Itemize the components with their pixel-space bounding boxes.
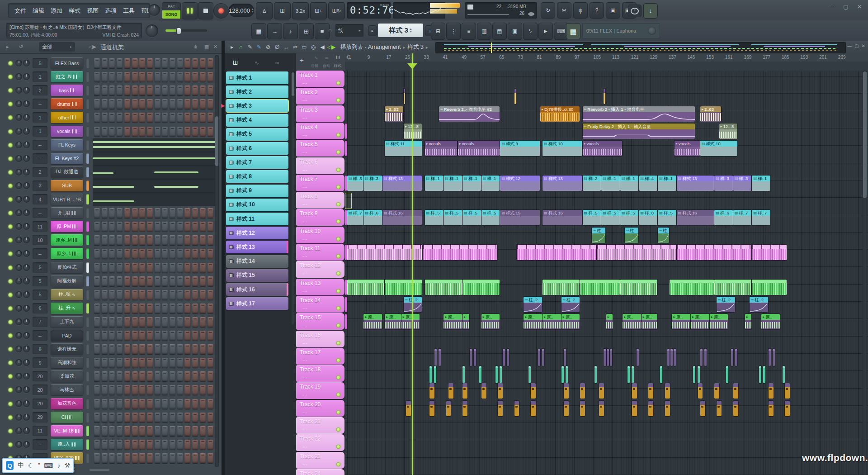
channel-name-button[interactable]: VE..M 16	[51, 425, 83, 437]
channel-preview-indicator[interactable]	[86, 167, 89, 177]
clip-auto-cyan[interactable]: ∞柱..2	[561, 297, 580, 312]
step-cell[interactable]	[177, 127, 183, 137]
preview-tool-icon[interactable]: ◀	[318, 44, 327, 50]
track-led[interactable]	[336, 306, 340, 310]
channel-target-box[interactable]: 5	[33, 290, 47, 300]
step-cell[interactable]	[132, 317, 138, 327]
channel-preview-indicator[interactable]	[86, 112, 89, 123]
picker-panel-button[interactable]: ⊟	[431, 23, 445, 40]
save-button[interactable]: ▣	[606, 2, 620, 19]
step-cell[interactable]	[155, 72, 160, 82]
clip-gold[interactable]	[462, 383, 467, 399]
minimize-button[interactable]: —	[827, 4, 837, 10]
step-cell[interactable]	[102, 99, 108, 109]
step-cell[interactable]	[170, 440, 175, 450]
step-cell[interactable]	[132, 235, 138, 245]
step-cell[interactable]	[94, 72, 100, 82]
step-cell[interactable]	[177, 453, 183, 463]
track-led[interactable]	[336, 375, 340, 380]
track-led[interactable]	[336, 445, 340, 449]
channel-preview-indicator[interactable]	[86, 262, 89, 273]
channel-volume-knob[interactable]	[23, 155, 30, 162]
list-button[interactable]: ≡	[462, 23, 476, 40]
step-cell[interactable]	[117, 453, 123, 463]
clip-select[interactable]	[345, 193, 352, 209]
channel-preview-indicator[interactable]	[86, 85, 89, 95]
clip-purple-mini[interactable]	[731, 349, 733, 366]
channel-volume-knob[interactable]	[23, 264, 30, 271]
pattern-item[interactable]: 样式 12	[226, 227, 288, 239]
step-cell[interactable]	[124, 290, 130, 300]
step-cell[interactable]	[170, 58, 175, 68]
clip-pat-cyan[interactable]: ▤样..1	[481, 176, 500, 191]
step-cell[interactable]	[94, 358, 100, 368]
step-cell[interactable]	[170, 399, 175, 409]
menu-item-0[interactable]: 文件	[11, 7, 29, 15]
clip-sliver[interactable]	[345, 280, 346, 295]
clip-vox-green[interactable]: ▸原..	[710, 314, 728, 329]
clip-purple-mini[interactable]	[503, 349, 505, 366]
graph-editor-icon[interactable]: ılı	[193, 44, 198, 49]
channel-rack-toggle-button[interactable]: →	[267, 23, 282, 39]
clip-purple-mini[interactable]	[538, 349, 540, 366]
clip-gold[interactable]	[698, 383, 703, 399]
channel-target-box[interactable]: 6	[33, 303, 47, 314]
step-cell[interactable]	[94, 413, 100, 423]
step-cell[interactable]	[192, 222, 198, 232]
step-cell[interactable]	[117, 344, 123, 354]
step-cell[interactable]	[177, 371, 183, 381]
download-button[interactable]: ↓	[643, 3, 658, 19]
step-cell[interactable]	[124, 276, 130, 286]
step-cell[interactable]	[162, 263, 168, 273]
step-cell[interactable]	[200, 426, 206, 436]
clip-pat-purple[interactable]: ▤样式 13	[677, 176, 714, 191]
clip-gold[interactable]	[632, 401, 637, 416]
step-cell[interactable]	[170, 86, 175, 95]
step-cell[interactable]	[139, 249, 145, 259]
step-cell[interactable]	[94, 371, 100, 381]
channel-target-box[interactable]: --	[33, 140, 47, 150]
step-cell[interactable]	[94, 127, 100, 137]
clip-gold[interactable]	[665, 401, 670, 416]
step-cell[interactable]	[200, 127, 206, 137]
clip-pat-dark[interactable]: ▤样式 16	[382, 210, 422, 225]
channel-mute-led[interactable]	[8, 374, 13, 379]
channel-mute-led[interactable]	[8, 266, 13, 270]
channel-target-box[interactable]: --	[33, 153, 47, 164]
step-cell[interactable]	[162, 276, 168, 286]
step-cell[interactable]	[102, 344, 108, 354]
clip-auto-vio[interactable]: ∞Reeverb 2 - 插入 1 - 湿音电平	[583, 106, 695, 122]
step-cell[interactable]	[94, 317, 100, 327]
channel-pan-knob[interactable]	[15, 291, 22, 298]
step-cell[interactable]	[109, 276, 115, 286]
step-cell[interactable]	[200, 453, 206, 463]
clip-pat-cyan[interactable]: ▤样式 9	[500, 141, 539, 156]
folder-button[interactable]: ▤	[492, 23, 507, 40]
track-sub-dots[interactable]: ...	[302, 287, 308, 293]
step-cell[interactable]	[192, 86, 198, 95]
step-cell[interactable]	[184, 371, 190, 381]
clip-gold[interactable]	[531, 401, 536, 416]
step-cell[interactable]	[102, 331, 108, 341]
clip-green-seq[interactable]	[670, 280, 714, 295]
track-led[interactable]	[336, 410, 340, 414]
channel-volume-knob[interactable]	[23, 250, 30, 257]
step-cell[interactable]	[170, 276, 175, 286]
channel-name-button[interactable]: 原..PM	[51, 221, 83, 232]
step-cell[interactable]	[184, 58, 190, 68]
step-cell[interactable]	[94, 304, 100, 314]
mic-button[interactable]: ψ	[573, 2, 588, 19]
clip-purple-mini[interactable]	[667, 349, 670, 366]
step-cell[interactable]	[102, 304, 108, 314]
channel-target-box[interactable]: --	[33, 439, 47, 450]
channel-pan-knob[interactable]	[15, 237, 22, 243]
step-cell[interactable]	[124, 358, 130, 368]
channel-target-box[interactable]: --	[33, 248, 47, 259]
track-sub-dots[interactable]: ...	[302, 200, 308, 206]
step-cell[interactable]	[139, 304, 145, 314]
channel-volume-knob[interactable]	[23, 169, 30, 176]
channel-mute-led[interactable]	[8, 429, 13, 433]
metronome-button[interactable]: ∆	[256, 2, 273, 19]
step-cell[interactable]	[177, 249, 183, 259]
channel-pan-knob[interactable]	[15, 332, 22, 339]
